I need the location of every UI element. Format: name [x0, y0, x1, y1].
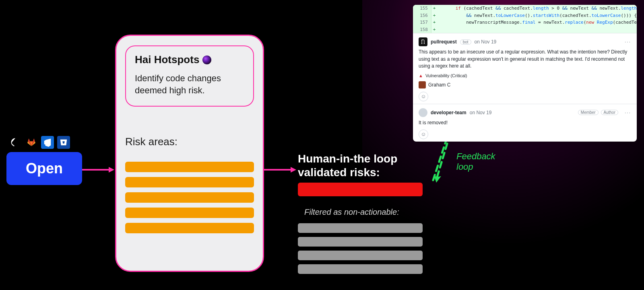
svg-marker-3	[291, 167, 296, 173]
filtered-bars	[298, 223, 423, 274]
vulnerability-tag: ▲ Vulnerability (Critical)	[419, 73, 631, 78]
filtered-bar	[298, 237, 423, 247]
diff-code	[437, 26, 637, 33]
feedback-loop-line2: loop	[456, 162, 495, 172]
risk-bar	[125, 192, 254, 203]
filtered-bar	[298, 251, 423, 260]
hotspots-title-row: Hai Hotspots	[135, 53, 244, 66]
diff-line: 158+	[413, 26, 637, 33]
developer-avatar-icon	[419, 108, 427, 117]
orb-icon	[202, 56, 211, 64]
risk-bar	[125, 162, 254, 172]
github-icon	[9, 136, 22, 149]
diff-plus-icon: +	[431, 12, 437, 19]
reaction-row: ☺	[419, 92, 631, 101]
hitl-line1: Human-in-the loop	[298, 152, 397, 166]
provider-icons	[9, 136, 70, 149]
line-number: 156	[413, 12, 431, 19]
risk-bar	[125, 177, 254, 187]
member-badge: Member	[578, 110, 599, 115]
hitl-heading: Human-in-the loop validated risks:	[298, 152, 397, 179]
filtered-bar	[298, 264, 423, 274]
arrow-open-to-card	[82, 166, 114, 174]
diff-line: 156+ && newText.toLowerCase().startsWith…	[413, 12, 637, 19]
alert-icon: ▲	[419, 73, 423, 78]
add-reaction-button[interactable]: ☺	[419, 92, 428, 101]
badge-group: Member Author	[578, 110, 618, 115]
filtered-label: Filtered as non-actionable:	[304, 208, 399, 217]
reaction-row: ☺	[419, 130, 631, 139]
diff-code: if (cachedText && cachedText.length > 0 …	[437, 5, 637, 12]
comment-body: This appears to be an insecure use of a …	[419, 49, 631, 70]
open-button[interactable]: Open	[6, 152, 82, 185]
line-number: 155	[413, 5, 431, 12]
risk-areas-label: Risk areas:	[125, 136, 254, 148]
add-reaction-button[interactable]: ☺	[419, 130, 428, 139]
bot-badge: bot	[460, 39, 471, 45]
reviewer-row: Graham C	[419, 81, 631, 88]
diff-line: 155+ if (cachedText && cachedText.length…	[413, 5, 637, 12]
bitbucket-icon	[57, 136, 70, 149]
diff-line: 157+ newTranscriptMessage.final = newTex…	[413, 19, 637, 26]
risk-bar	[125, 208, 254, 218]
reviewer-avatar-icon	[419, 81, 426, 88]
hotspots-desc: Identify code changes deemed high risk.	[135, 72, 244, 96]
comment-header: developer-team on Nov 19 Member Author ·…	[419, 108, 631, 117]
vulnerability-label: Vulnerability (Critical)	[425, 73, 467, 78]
comment-user: developer-team	[431, 110, 466, 115]
diff-code: newTranscriptMessage.final = newText.rep…	[437, 19, 637, 26]
comment-date: on Nov 19	[470, 110, 492, 115]
line-number: 157	[413, 19, 431, 26]
code-review-panel: 155+ if (cachedText && cachedText.length…	[413, 5, 637, 142]
validated-risk-bar	[298, 183, 423, 196]
comment-developer: developer-team on Nov 19 Member Author ·…	[413, 104, 637, 142]
comment-menu-icon[interactable]: ···	[625, 39, 631, 45]
open-button-label: Open	[26, 160, 63, 177]
diff-code: && newText.toLowerCase().startsWith(cach…	[437, 12, 637, 19]
comment-menu-icon[interactable]: ···	[625, 110, 631, 115]
diff-plus-icon: +	[431, 26, 437, 33]
hotspots-inner-card: Hai Hotspots Identify code changes deeme…	[125, 45, 254, 107]
hotspots-title: Hai Hotspots	[135, 53, 199, 66]
svg-line-4	[433, 138, 447, 180]
comment-body: It is removed!	[419, 119, 631, 126]
arrow-card-to-hitl	[264, 166, 296, 174]
feedback-loop-line1: Feedback	[456, 151, 495, 162]
comment-date: on Nov 19	[475, 39, 497, 45]
diff-plus-icon: +	[431, 5, 437, 12]
risk-bar	[125, 223, 254, 233]
comment-user: pullrequest	[431, 39, 457, 45]
diagram-stage: Open Hai Hotspots Identify code changes …	[0, 0, 644, 290]
diff-plus-icon: +	[431, 19, 437, 26]
comment-header: pullrequest bot on Nov 19 ···	[419, 37, 631, 46]
filtered-bar	[298, 223, 423, 233]
risk-bars	[125, 162, 254, 233]
reviewer-name: Graham C	[428, 82, 450, 88]
author-badge: Author	[601, 110, 618, 115]
svg-marker-1	[109, 167, 114, 173]
comment-pullrequest: pullrequest bot on Nov 19 ··· This appea…	[413, 33, 637, 103]
azure-devops-icon	[41, 136, 54, 149]
feedback-loop-label: Feedback loop	[456, 151, 495, 173]
hotspots-card: Hai Hotspots Identify code changes deeme…	[115, 35, 264, 272]
gitlab-icon	[25, 136, 38, 149]
pullrequest-avatar-icon	[419, 37, 427, 46]
line-number: 158	[413, 26, 431, 33]
hitl-line2: validated risks:	[298, 166, 397, 179]
diff-block: 155+ if (cachedText && cachedText.length…	[413, 5, 637, 33]
